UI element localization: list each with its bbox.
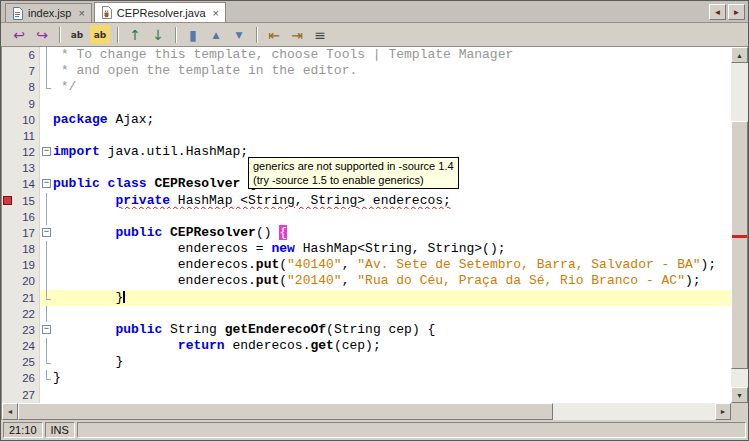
code-line[interactable]: 7 * and open the template in the editor.	[2, 63, 731, 79]
code-line[interactable]: 24 return enderecos.get(cep);	[2, 338, 731, 354]
code-text	[53, 306, 731, 322]
code-line[interactable]: 22	[2, 306, 731, 322]
code-segment: put	[256, 257, 279, 272]
code-line[interactable]: 9	[2, 96, 731, 112]
fold-margin[interactable]: −	[40, 144, 53, 160]
error-tooltip: generics are not supported in -source 1.…	[248, 157, 459, 189]
code-segment	[53, 338, 178, 353]
caret-position: 21:10	[3, 422, 43, 438]
code-segment: CEPResolver	[154, 176, 240, 191]
code-line[interactable]: 17− public CEPResolver() {	[2, 225, 731, 241]
shift-line-left-icon[interactable]: ⇤	[264, 25, 284, 44]
code-segment: getEnderecoOf	[225, 322, 326, 337]
line-number: 20	[14, 273, 40, 289]
code-segment: {	[279, 225, 287, 240]
fold-line	[46, 209, 47, 225]
line-number: 15	[14, 193, 40, 209]
close-tab-icon[interactable]: ×	[213, 8, 219, 18]
code-line[interactable]: 15 private HashMap <String, String> ende…	[2, 193, 731, 209]
tab-label: CEPResolver.java	[117, 7, 206, 19]
macro-icon[interactable]: ≡	[310, 25, 330, 44]
fold-margin	[40, 273, 53, 289]
code-line[interactable]: 6 * To change this template, choose Tool…	[2, 47, 731, 63]
code-segment: ,	[342, 273, 358, 288]
line-number: 22	[14, 306, 40, 322]
code-segment: enderecos.	[225, 338, 311, 353]
fold-collapse-icon[interactable]: −	[42, 179, 51, 188]
glyph-margin	[2, 63, 14, 79]
fold-margin	[40, 160, 53, 176]
next-bookmark-icon[interactable]: ▼	[229, 25, 249, 44]
toggle-bookmark-icon[interactable]: ▮	[183, 25, 203, 44]
code-segment: private	[115, 193, 170, 208]
vertical-scrollbar-thumb[interactable]	[731, 121, 748, 369]
vertical-scrollbar[interactable]: ▲ ▼	[731, 47, 748, 403]
toolbar-separator	[117, 27, 118, 43]
code-line[interactable]: 18 enderecos = new HashMap<String, Strin…	[2, 241, 731, 257]
tab-index-jsp[interactable]: index.jsp ×	[5, 3, 92, 22]
tab-cepresolver-java[interactable]: CEPResolver.java ×	[94, 2, 226, 22]
fold-margin[interactable]: −	[40, 322, 53, 338]
close-tab-icon[interactable]: ×	[78, 8, 84, 18]
error-icon[interactable]	[3, 196, 12, 205]
code-line[interactable]: 20 enderecos.put("20140", "Rua do Céu, P…	[2, 273, 731, 289]
code-line[interactable]: 27	[2, 387, 731, 403]
scroll-left-icon[interactable]: ◄	[2, 403, 18, 420]
line-number: 21	[14, 290, 40, 306]
next-occurrence-icon[interactable]: ↓	[148, 25, 168, 44]
previous-occurrence-icon[interactable]: ↑	[125, 25, 145, 44]
code-line[interactable]: 26}	[2, 370, 731, 386]
code-line[interactable]: 16	[2, 209, 731, 225]
find-selection-icon[interactable]: ab	[67, 25, 87, 44]
back-icon[interactable]: ↩	[9, 25, 29, 44]
fold-line	[46, 63, 47, 79]
toggle-highlight-search-icon[interactable]: ab	[90, 25, 110, 44]
code-segment: (	[279, 273, 287, 288]
code-segment: public	[115, 322, 162, 337]
fold-margin	[40, 193, 53, 209]
line-number: 24	[14, 338, 40, 354]
code-editor[interactable]: 6 * To change this template, choose Tool…	[2, 47, 731, 403]
code-segment: */	[53, 79, 76, 94]
fold-margin	[40, 257, 53, 273]
scroll-tabs-left-button[interactable]: ◄	[709, 4, 726, 20]
fold-end	[46, 290, 51, 300]
code-line[interactable]: 19 enderecos.put("40140", "Av. Sete de S…	[2, 257, 731, 273]
scroll-down-icon[interactable]: ▼	[731, 387, 748, 403]
line-number: 11	[14, 128, 40, 144]
code-line[interactable]: 10package Ajax;	[2, 112, 731, 128]
horizontal-scrollbar[interactable]: ◄ ►	[2, 403, 731, 420]
code-text: package Ajax;	[53, 112, 731, 128]
forward-icon[interactable]: ↪	[32, 25, 52, 44]
fold-margin[interactable]: −	[40, 225, 53, 241]
line-number: 25	[14, 354, 40, 370]
code-segment: enderecos.	[53, 273, 256, 288]
glyph-margin	[2, 354, 14, 370]
fold-collapse-icon[interactable]: −	[42, 147, 51, 156]
code-line[interactable]: 25 }	[2, 354, 731, 370]
code-line[interactable]: 23− public String getEnderecoOf(String c…	[2, 322, 731, 338]
code-line[interactable]: 21 }	[2, 290, 731, 306]
horizontal-scrollbar-thumb[interactable]	[18, 403, 553, 420]
previous-bookmark-icon[interactable]: ▲	[206, 25, 226, 44]
code-text: public CEPResolver() {	[53, 225, 731, 241]
fold-line	[46, 241, 47, 257]
status-bar: 21:10 INS	[1, 420, 748, 440]
glyph-margin	[2, 176, 14, 192]
code-segment: package	[53, 112, 108, 127]
shift-line-right-icon[interactable]: ⇥	[287, 25, 307, 44]
fold-margin[interactable]: −	[40, 176, 53, 192]
scroll-up-icon[interactable]: ▲	[731, 47, 748, 63]
code-text: enderecos.put("20140", "Rua do Céu, Praç…	[53, 273, 731, 289]
code-line[interactable]: 11	[2, 128, 731, 144]
scroll-tabs-right-button[interactable]: ►	[728, 4, 745, 20]
error-stripe-mark[interactable]	[732, 235, 747, 238]
fold-margin	[40, 387, 53, 403]
code-line[interactable]: 8 */	[2, 79, 731, 95]
scrollbar-corner	[731, 403, 748, 420]
code-segment: put	[256, 273, 279, 288]
editor-toolbar: ↩↪abab↑↓▮▲▼⇤⇥≡	[1, 23, 748, 47]
scroll-right-icon[interactable]: ►	[715, 403, 731, 420]
fold-collapse-icon[interactable]: −	[42, 228, 51, 237]
fold-collapse-icon[interactable]: −	[42, 325, 51, 334]
